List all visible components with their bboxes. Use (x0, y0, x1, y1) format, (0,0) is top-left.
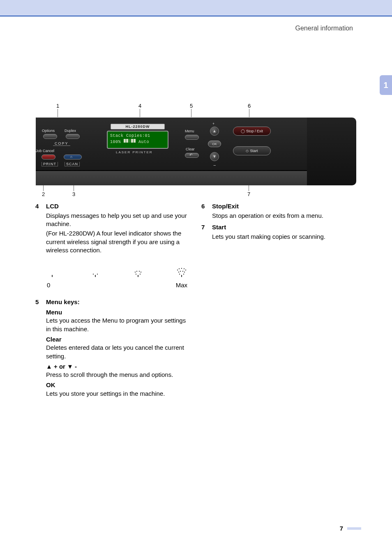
lcd-line1: Stack Copies:01 (110, 133, 165, 139)
callout-2: 2 (42, 191, 45, 197)
arrow-subtitle: ▲ + or ▼ - (46, 362, 190, 371)
stop-icon: ◯ (241, 127, 245, 136)
callout-1: 1 (56, 103, 59, 109)
svg-rect-21 (184, 268, 184, 269)
lcd-line2-right: Auto (138, 140, 149, 144)
chapter-tab: 1 (380, 75, 392, 95)
job-cancel-button[interactable] (42, 155, 55, 159)
svg-rect-14 (178, 272, 179, 272)
stop-exit-button[interactable]: ◯Stop / Exit (233, 127, 271, 136)
menu-desc: Lets you access the Menu to program your… (46, 316, 190, 333)
callout-6: 6 (248, 103, 251, 109)
callout-4: 4 (138, 103, 141, 109)
down-button[interactable]: ▼ (210, 152, 219, 161)
menu-label: Menu (185, 129, 194, 133)
lcd-progress-bars (124, 139, 136, 145)
svg-rect-2 (93, 274, 94, 275)
item-4-num: 4 (35, 202, 46, 297)
start-button[interactable]: ◇Start (233, 146, 271, 155)
options-button[interactable] (43, 134, 57, 139)
control-panel-figure: 1 4 5 6 Options Duplex COPY Job Cancel ⌂… (36, 103, 356, 198)
svg-rect-9 (139, 271, 140, 272)
item-4-p1: Displays messages to help you set up and… (46, 212, 190, 229)
ok-desc: Lets you store your settings in the mach… (46, 390, 190, 398)
duplex-button[interactable] (66, 134, 80, 139)
ok-button[interactable]: OK (208, 141, 221, 147)
lcd-line2-left: 100% (110, 140, 121, 144)
laser-printer-label: LASER PRINTER (116, 150, 153, 154)
page-number-bar (347, 527, 361, 530)
clear-label: Clear (186, 147, 195, 151)
wifi-scale-min: 0 (47, 281, 50, 290)
item-4-p2: (For HL-2280DW) A four level indicator s… (46, 229, 190, 255)
callout-7: 7 (247, 191, 250, 197)
svg-rect-1 (95, 275, 96, 277)
svg-rect-11 (181, 275, 182, 277)
svg-rect-17 (184, 272, 185, 272)
item-7-title: Start (212, 223, 356, 232)
wifi-level-3-icon (177, 268, 186, 277)
wifi-signal-levels (46, 266, 190, 277)
job-cancel-label: Job Cancel (36, 149, 54, 153)
svg-rect-3 (97, 274, 98, 275)
item-7-desc: Lets you start making copies or scanning… (212, 233, 356, 241)
minus-label: − (213, 163, 216, 168)
menu-subtitle: Menu (46, 308, 190, 317)
item-5-num: 5 (35, 298, 46, 399)
svg-rect-22 (185, 270, 186, 270)
clear-subtitle: Clear (46, 335, 190, 344)
item-6-num: 6 (201, 202, 212, 221)
page-number: 7 (340, 525, 361, 532)
item-6-title: Stop/Exit (212, 202, 356, 211)
wifi-level-1-icon (91, 270, 100, 277)
copy-label: COPY (53, 141, 70, 146)
section-header: General information (295, 25, 353, 32)
right-column: 6 Stop/Exit Stops an operation or exits … (201, 201, 356, 399)
content-columns: 4 LCD Displays messages to help you set … (35, 201, 356, 399)
wifi-level-2-icon (134, 269, 143, 277)
svg-rect-5 (136, 274, 136, 275)
up-button[interactable]: ▲ (210, 127, 219, 136)
svg-rect-16 (182, 271, 183, 272)
callout-5: 5 (190, 103, 193, 109)
item-5-title: Menu keys: (46, 298, 190, 307)
options-label: Options (42, 129, 55, 133)
item-6: 6 Stop/Exit Stops an operation or exits … (201, 202, 356, 221)
svg-rect-19 (179, 268, 180, 269)
svg-rect-12 (179, 274, 180, 275)
menu-button[interactable] (185, 135, 199, 140)
svg-rect-15 (180, 271, 181, 272)
svg-rect-4 (138, 275, 138, 277)
ok-subtitle: OK (46, 381, 190, 390)
plus-label: + (212, 122, 214, 126)
svg-rect-10 (141, 272, 141, 272)
item-6-desc: Stops an operation or exits from a menu. (212, 212, 356, 220)
lcd-display: Stack Copies:01 100% Auto (107, 131, 168, 149)
item-4: 4 LCD Displays messages to help you set … (35, 202, 190, 297)
item-4-title: LCD (46, 202, 190, 211)
svg-rect-13 (183, 274, 184, 275)
callouts-bottom: 2 3 7 (36, 185, 356, 198)
wifi-scale-labels: 0 Max (46, 281, 190, 290)
svg-rect-20 (181, 268, 182, 269)
svg-rect-0 (52, 275, 53, 277)
wifi-level-0-icon (48, 271, 57, 277)
svg-rect-7 (135, 272, 136, 272)
scan-button[interactable] (64, 155, 82, 159)
callouts-top: 1 4 5 6 (36, 103, 356, 118)
model-plate: HL-2280DW (111, 124, 165, 129)
item-7: 7 Start Lets you start making copies or … (201, 223, 356, 242)
duplex-label: Duplex (65, 129, 76, 133)
arrow-desc: Press to scroll through the menus and op… (46, 371, 190, 379)
svg-rect-18 (177, 270, 178, 270)
item-7-num: 7 (201, 223, 212, 242)
start-icon: ◇ (246, 147, 249, 155)
wifi-scale-max: Max (176, 281, 187, 290)
item-5: 5 Menu keys: Menu Lets you access the Me… (35, 298, 190, 399)
print-label: PRINT (42, 162, 58, 166)
printer-control-panel: Options Duplex COPY Job Cancel ⌂ PRINT S… (36, 118, 356, 185)
scan-label: SCAN (65, 162, 80, 166)
clear-desc: Deletes entered data or lets you cancel … (46, 344, 190, 360)
svg-rect-8 (136, 271, 137, 272)
left-column: 4 LCD Displays messages to help you set … (35, 201, 190, 399)
